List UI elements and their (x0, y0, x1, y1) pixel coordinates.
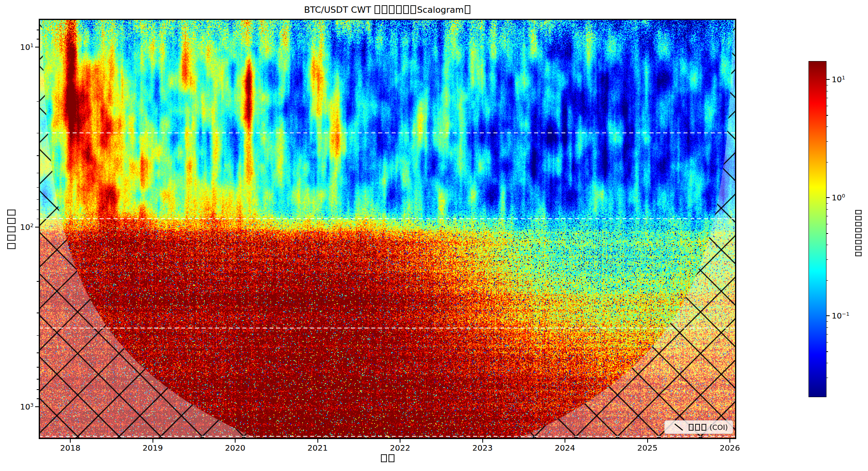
x-tick (235, 439, 236, 443)
coi-legend-label: (COI) (688, 423, 728, 431)
x-tick-label: 2021 (307, 443, 328, 453)
colorbar-minor-tick (826, 327, 828, 328)
y-tick-label: 102 (20, 222, 34, 232)
tofu-glyph (7, 243, 16, 249)
x-tick-label: 2020 (225, 443, 246, 453)
colorbar-minor-tick (826, 224, 828, 225)
tofu-glyph (855, 252, 862, 256)
y-minor-tick (37, 219, 39, 220)
colorbar-minor-tick (826, 342, 828, 343)
tofu-glyph (410, 5, 416, 14)
colorbar-minor-tick (826, 334, 828, 335)
y-minor-tick (37, 199, 39, 200)
colorbar-minor-tick (826, 280, 828, 281)
colorbar (809, 61, 826, 397)
colorbar-minor-tick (826, 351, 828, 352)
y-minor-tick (37, 155, 39, 156)
tofu-glyph (382, 5, 387, 14)
y-tick (35, 227, 39, 228)
y-tick (35, 47, 39, 47)
colorbar-minor-tick (826, 209, 828, 210)
coi-hatch-swatch (668, 423, 684, 431)
y-minor-tick (37, 173, 39, 174)
x-tick-label: 2022 (390, 443, 410, 453)
colorbar-minor-tick (826, 378, 828, 378)
scalogram-heatmap (39, 19, 736, 439)
x-tick (400, 439, 400, 443)
colorbar-minor-tick (826, 321, 828, 322)
plot-area: (COI) (39, 19, 736, 439)
y-minor-tick (37, 398, 39, 399)
coi-hatch-line-icon (668, 423, 684, 431)
x-axis-label (39, 453, 736, 463)
tofu-glyph (388, 454, 394, 462)
tofu-glyph (375, 5, 380, 14)
colorbar-minor-tick (826, 98, 828, 99)
x-tick-label: 2019 (143, 443, 163, 453)
tofu-glyph (855, 210, 862, 214)
y-minor-tick (37, 30, 39, 30)
y-minor-tick (37, 133, 39, 134)
x-tick (647, 439, 648, 443)
y-minor-tick (37, 335, 39, 336)
y-minor-tick (37, 313, 39, 313)
tofu-glyph (702, 424, 706, 431)
colorbar-label (854, 209, 862, 257)
x-tick-label: 2018 (60, 443, 81, 453)
colorbar-minor-tick (826, 85, 828, 86)
colorbar-minor-tick (826, 162, 828, 163)
colorbar-tick (826, 315, 830, 316)
tofu-glyph (465, 5, 470, 14)
x-tick (729, 439, 730, 443)
y-minor-tick (37, 39, 39, 40)
x-tick (153, 439, 153, 443)
x-tick-label: 2023 (472, 443, 493, 453)
chart-title: BTC/USDT CWT Scalogram (39, 5, 736, 15)
tofu-glyph (389, 5, 394, 14)
tofu-glyph (855, 234, 862, 238)
colorbar-minor-tick (826, 127, 828, 127)
colorbar-minor-tick (826, 216, 828, 217)
colorbar-tick-label: 101 (832, 75, 845, 85)
y-tick-label: 103 (20, 402, 34, 412)
x-tick (565, 439, 565, 443)
colorbar-minor-tick (826, 259, 828, 260)
y-minor-tick (37, 210, 39, 210)
y-minor-tick (37, 379, 39, 380)
x-tick (317, 439, 318, 443)
x-tick (70, 439, 71, 443)
coi-legend: (COI) (664, 420, 733, 434)
tofu-glyph (381, 454, 387, 462)
tofu-glyph (855, 216, 862, 220)
y-tick (35, 406, 39, 407)
x-tick-label: 2026 (720, 443, 740, 453)
tofu-glyph (695, 424, 700, 431)
tofu-glyph (396, 5, 402, 14)
x-tick-label: 2024 (555, 443, 575, 453)
colorbar-minor-tick (826, 233, 828, 234)
tofu-glyph (7, 235, 16, 241)
x-tick-label: 2025 (637, 443, 658, 453)
y-minor-tick (37, 352, 39, 353)
colorbar-minor-tick (826, 203, 828, 204)
tofu-glyph (403, 5, 409, 14)
tofu-glyph (855, 246, 862, 250)
colorbar-minor-tick (826, 363, 828, 364)
tofu-glyph (7, 210, 16, 216)
colorbar-minor-tick (826, 106, 828, 107)
colorbar-tick (826, 197, 830, 198)
y-minor-tick (37, 187, 39, 188)
colorbar-minor-tick (826, 141, 828, 142)
y-minor-tick (37, 101, 39, 102)
y-minor-tick (37, 389, 39, 390)
colorbar-minor-tick (826, 91, 828, 92)
colorbar-minor-tick (826, 245, 828, 245)
colorbar-tick-label: 100 (832, 193, 845, 203)
tofu-glyph (855, 240, 862, 244)
tofu-glyph (7, 226, 16, 232)
y-tick-label: 101 (20, 42, 34, 52)
tofu-glyph (855, 228, 862, 232)
x-tick (482, 439, 483, 443)
y-minor-tick (37, 367, 39, 368)
colorbar-tick (826, 79, 830, 80)
